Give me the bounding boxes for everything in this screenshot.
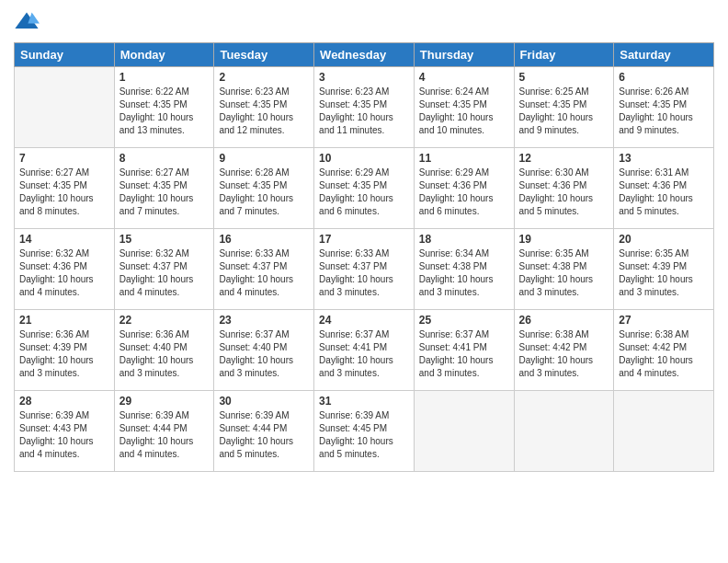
calendar-cell: 18Sunrise: 6:34 AM Sunset: 4:38 PM Dayli… <box>414 229 514 310</box>
calendar-cell <box>514 391 614 472</box>
calendar-cell: 31Sunrise: 6:39 AM Sunset: 4:45 PM Dayli… <box>314 391 415 472</box>
calendar-cell: 13Sunrise: 6:31 AM Sunset: 4:36 PM Dayli… <box>614 148 714 229</box>
calendar-header-wednesday: Wednesday <box>314 43 415 67</box>
day-number: 4 <box>419 71 509 84</box>
logo-icon <box>14 9 40 35</box>
calendar-cell: 1Sunrise: 6:22 AM Sunset: 4:35 PM Daylig… <box>114 67 214 148</box>
calendar-header-sunday: Sunday <box>15 43 115 67</box>
calendar-cell: 15Sunrise: 6:32 AM Sunset: 4:37 PM Dayli… <box>114 229 214 310</box>
day-info: Sunrise: 6:37 AM Sunset: 4:41 PM Dayligh… <box>419 328 509 380</box>
day-number: 22 <box>119 314 210 327</box>
day-info: Sunrise: 6:39 AM Sunset: 4:44 PM Dayligh… <box>119 409 210 461</box>
calendar-cell <box>614 391 714 472</box>
calendar-week-4: 21Sunrise: 6:36 AM Sunset: 4:39 PM Dayli… <box>15 310 714 391</box>
day-info: Sunrise: 6:39 AM Sunset: 4:44 PM Dayligh… <box>219 409 309 461</box>
calendar-cell: 27Sunrise: 6:38 AM Sunset: 4:42 PM Dayli… <box>614 310 714 391</box>
day-info: Sunrise: 6:36 AM Sunset: 4:39 PM Dayligh… <box>19 328 109 380</box>
calendar-header-monday: Monday <box>114 43 214 67</box>
calendar-cell: 4Sunrise: 6:24 AM Sunset: 4:35 PM Daylig… <box>414 67 514 148</box>
day-info: Sunrise: 6:35 AM Sunset: 4:39 PM Dayligh… <box>619 247 709 299</box>
day-info: Sunrise: 6:32 AM Sunset: 4:37 PM Dayligh… <box>119 247 210 299</box>
calendar-cell: 24Sunrise: 6:37 AM Sunset: 4:41 PM Dayli… <box>314 310 415 391</box>
day-number: 28 <box>19 395 109 408</box>
calendar-cell: 11Sunrise: 6:29 AM Sunset: 4:36 PM Dayli… <box>414 148 514 229</box>
day-info: Sunrise: 6:27 AM Sunset: 4:35 PM Dayligh… <box>119 167 210 218</box>
day-number: 26 <box>519 314 609 327</box>
day-info: Sunrise: 6:32 AM Sunset: 4:36 PM Dayligh… <box>19 247 109 299</box>
day-number: 24 <box>319 314 409 327</box>
calendar-cell: 29Sunrise: 6:39 AM Sunset: 4:44 PM Dayli… <box>114 391 214 472</box>
calendar-cell: 10Sunrise: 6:29 AM Sunset: 4:35 PM Dayli… <box>314 148 415 229</box>
calendar-cell: 3Sunrise: 6:23 AM Sunset: 4:35 PM Daylig… <box>314 67 415 148</box>
calendar-cell: 16Sunrise: 6:33 AM Sunset: 4:37 PM Dayli… <box>214 229 314 310</box>
day-info: Sunrise: 6:33 AM Sunset: 4:37 PM Dayligh… <box>319 247 409 299</box>
day-number: 31 <box>319 395 409 408</box>
calendar-week-5: 28Sunrise: 6:39 AM Sunset: 4:43 PM Dayli… <box>15 391 714 472</box>
day-info: Sunrise: 6:29 AM Sunset: 4:36 PM Dayligh… <box>419 167 509 218</box>
day-number: 9 <box>219 152 309 165</box>
day-number: 6 <box>619 71 709 84</box>
calendar-cell: 22Sunrise: 6:36 AM Sunset: 4:40 PM Dayli… <box>114 310 214 391</box>
day-info: Sunrise: 6:34 AM Sunset: 4:38 PM Dayligh… <box>419 247 509 299</box>
day-number: 12 <box>519 152 609 165</box>
calendar-cell: 21Sunrise: 6:36 AM Sunset: 4:39 PM Dayli… <box>15 310 115 391</box>
day-number: 11 <box>419 152 509 165</box>
calendar-cell: 2Sunrise: 6:23 AM Sunset: 4:35 PM Daylig… <box>214 67 314 148</box>
day-number: 5 <box>519 71 609 84</box>
calendar-cell: 20Sunrise: 6:35 AM Sunset: 4:39 PM Dayli… <box>614 229 714 310</box>
day-info: Sunrise: 6:29 AM Sunset: 4:35 PM Dayligh… <box>319 167 409 218</box>
calendar-header-tuesday: Tuesday <box>214 43 314 67</box>
day-number: 27 <box>619 314 709 327</box>
day-info: Sunrise: 6:28 AM Sunset: 4:35 PM Dayligh… <box>219 167 309 218</box>
calendar-header-row: SundayMondayTuesdayWednesdayThursdayFrid… <box>15 43 714 67</box>
day-info: Sunrise: 6:30 AM Sunset: 4:36 PM Dayligh… <box>519 167 609 218</box>
day-info: Sunrise: 6:39 AM Sunset: 4:43 PM Dayligh… <box>19 409 109 461</box>
calendar-cell: 23Sunrise: 6:37 AM Sunset: 4:40 PM Dayli… <box>214 310 314 391</box>
day-number: 10 <box>319 152 409 165</box>
day-number: 15 <box>119 233 210 246</box>
calendar-header-thursday: Thursday <box>414 43 514 67</box>
calendar-table: SundayMondayTuesdayWednesdayThursdayFrid… <box>14 42 714 472</box>
day-info: Sunrise: 6:24 AM Sunset: 4:35 PM Dayligh… <box>419 86 509 137</box>
calendar-cell: 28Sunrise: 6:39 AM Sunset: 4:43 PM Dayli… <box>15 391 115 472</box>
calendar-cell: 5Sunrise: 6:25 AM Sunset: 4:35 PM Daylig… <box>514 67 614 148</box>
day-info: Sunrise: 6:37 AM Sunset: 4:40 PM Dayligh… <box>219 328 309 380</box>
day-number: 21 <box>19 314 109 327</box>
calendar-week-1: 1Sunrise: 6:22 AM Sunset: 4:35 PM Daylig… <box>15 67 714 148</box>
calendar-header-saturday: Saturday <box>614 43 714 67</box>
day-number: 20 <box>619 233 709 246</box>
calendar-cell <box>414 391 514 472</box>
calendar-week-2: 7Sunrise: 6:27 AM Sunset: 4:35 PM Daylig… <box>15 148 714 229</box>
day-number: 16 <box>219 233 309 246</box>
day-info: Sunrise: 6:37 AM Sunset: 4:41 PM Dayligh… <box>319 328 409 380</box>
day-info: Sunrise: 6:26 AM Sunset: 4:35 PM Dayligh… <box>619 86 709 137</box>
calendar-cell: 8Sunrise: 6:27 AM Sunset: 4:35 PM Daylig… <box>114 148 214 229</box>
day-info: Sunrise: 6:23 AM Sunset: 4:35 PM Dayligh… <box>219 86 309 137</box>
calendar-cell: 25Sunrise: 6:37 AM Sunset: 4:41 PM Dayli… <box>414 310 514 391</box>
day-info: Sunrise: 6:25 AM Sunset: 4:35 PM Dayligh… <box>519 86 609 137</box>
day-number: 25 <box>419 314 509 327</box>
day-number: 1 <box>119 71 210 84</box>
calendar-cell: 19Sunrise: 6:35 AM Sunset: 4:38 PM Dayli… <box>514 229 614 310</box>
day-number: 17 <box>319 233 409 246</box>
day-number: 19 <box>519 233 609 246</box>
calendar-cell <box>15 67 115 148</box>
day-number: 2 <box>219 71 309 84</box>
day-info: Sunrise: 6:39 AM Sunset: 4:45 PM Dayligh… <box>319 409 409 461</box>
day-info: Sunrise: 6:23 AM Sunset: 4:35 PM Dayligh… <box>319 86 409 137</box>
day-info: Sunrise: 6:31 AM Sunset: 4:36 PM Dayligh… <box>619 167 709 218</box>
day-info: Sunrise: 6:22 AM Sunset: 4:35 PM Dayligh… <box>119 86 210 137</box>
day-number: 29 <box>119 395 210 408</box>
day-number: 18 <box>419 233 509 246</box>
calendar-cell: 12Sunrise: 6:30 AM Sunset: 4:36 PM Dayli… <box>514 148 614 229</box>
calendar-cell: 26Sunrise: 6:38 AM Sunset: 4:42 PM Dayli… <box>514 310 614 391</box>
calendar-cell: 30Sunrise: 6:39 AM Sunset: 4:44 PM Dayli… <box>214 391 314 472</box>
day-number: 7 <box>19 152 109 165</box>
calendar-week-3: 14Sunrise: 6:32 AM Sunset: 4:36 PM Dayli… <box>15 229 714 310</box>
day-info: Sunrise: 6:38 AM Sunset: 4:42 PM Dayligh… <box>619 328 709 380</box>
calendar-cell: 7Sunrise: 6:27 AM Sunset: 4:35 PM Daylig… <box>15 148 115 229</box>
day-info: Sunrise: 6:38 AM Sunset: 4:42 PM Dayligh… <box>519 328 609 380</box>
day-info: Sunrise: 6:35 AM Sunset: 4:38 PM Dayligh… <box>519 247 609 299</box>
day-number: 3 <box>319 71 409 84</box>
header <box>14 9 714 35</box>
